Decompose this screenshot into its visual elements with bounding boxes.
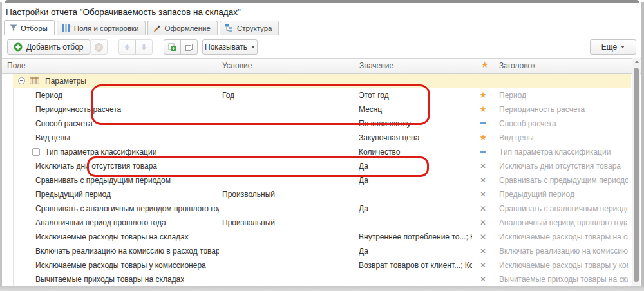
move-up-button[interactable]: [118, 39, 136, 55]
remove-cross-icon: ✕: [480, 204, 486, 213]
remove-cross-icon: ✕: [480, 261, 486, 270]
table-row[interactable]: Включать реализацию на комиссию в расход…: [13, 244, 631, 258]
marker-cell[interactable]: ✕: [473, 176, 493, 185]
title-cell: Аналогичный период прошлого года: [499, 218, 628, 227]
value-cell: Месяц: [359, 105, 472, 114]
title-cell: Исключаемые расходы товары на скл...: [499, 232, 628, 241]
marker-cell[interactable]: ✕: [473, 275, 493, 284]
field-cell: Вид цены: [35, 133, 70, 142]
delete-circle-icon: [95, 43, 103, 52]
tab-filters[interactable]: Отборы: [4, 20, 55, 35]
funnel-icon: [10, 24, 17, 32]
column-header-value[interactable]: Значение: [359, 61, 393, 70]
tab-fields-sorting[interactable]: Поля и сортировки: [57, 21, 146, 35]
title-cell: Сравнивать с аналогичным периодом ...: [499, 204, 628, 213]
marker-cell[interactable]: [473, 147, 493, 156]
table-row[interactable]: Исключаемые расходы товары у комиссионер…: [13, 258, 631, 272]
add-filter-label: Добавить отбор: [26, 42, 84, 52]
table-row[interactable]: Сравнивать с аналогичным периодом прошло…: [13, 202, 631, 216]
column-header-title[interactable]: Заголовок: [499, 61, 535, 70]
tab-structure[interactable]: Структура: [220, 21, 279, 35]
row-checkbox[interactable]: [32, 148, 40, 156]
importance-star-icon: ★: [479, 105, 487, 114]
columns-sort-icon: [62, 24, 71, 32]
table-row[interactable]: Предыдущий периодПроизвольный✕Предыдущий…: [13, 187, 631, 202]
table-row[interactable]: Тип параметра классификацииКоличествоТип…: [13, 145, 631, 159]
group-row-parameters[interactable]: Параметры: [13, 74, 631, 88]
scroll-up-icon[interactable]: [635, 61, 639, 63]
add-filter-button[interactable]: Добавить отбор: [7, 39, 90, 55]
tab-label: Оформление: [164, 24, 210, 32]
tab-appearance[interactable]: Оформление: [147, 21, 217, 35]
table-row[interactable]: Способ расчетаПо количествуСпособ расчет…: [13, 117, 631, 131]
table-body: Параметры ПериодГодЭтот год★ПериодПериод…: [13, 74, 631, 286]
table-row[interactable]: Вычитаемые приходы товары на складах✕Выч…: [13, 272, 631, 286]
marker-cell[interactable]: ✕: [473, 190, 493, 199]
parameters-icon: [30, 77, 39, 84]
marker-cell[interactable]: ✕: [473, 261, 493, 270]
field-cell: Сравнивать с предыдущим периодом: [35, 176, 171, 185]
remove-cross-icon: ✕: [480, 275, 486, 284]
chevron-down-icon: [251, 46, 255, 48]
marker-cell[interactable]: ★: [473, 133, 493, 142]
cube-icon: [185, 43, 193, 52]
value-cell: Возврат товаров от клиент...; Кор...: [359, 261, 472, 270]
importance-star-icon: ★: [479, 133, 487, 142]
more-menu-button[interactable]: Еще: [590, 39, 636, 55]
show-menu-button[interactable]: Показывать: [202, 39, 258, 55]
marker-cell[interactable]: ✕: [473, 247, 493, 256]
field-cell: Вычитаемые приходы товары на складах: [35, 275, 184, 284]
structure-icon: [225, 24, 234, 32]
title-cell: Сравнивать с предыдущим периодом: [499, 176, 628, 185]
field-cell: Периодичность расчета: [35, 105, 121, 114]
show-menu-label: Показывать: [205, 42, 247, 52]
column-header-star-icon[interactable]: ★: [481, 61, 489, 70]
scrollbar-thumb[interactable]: [634, 68, 639, 282]
title-cell: Способ расчета: [499, 119, 628, 128]
table-row[interactable]: Аналогичный период прошлого годаПроизвол…: [13, 216, 631, 230]
remove-filter-button[interactable]: [90, 39, 108, 55]
collapse-expander-icon[interactable]: [18, 77, 25, 84]
marker-cell[interactable]: ★: [473, 105, 493, 114]
marker-cell[interactable]: ✕: [473, 162, 493, 171]
field-cell: Период: [35, 91, 62, 100]
vertical-scrollbar[interactable]: [632, 58, 640, 286]
table-row[interactable]: ПериодГодЭтот год★Период: [13, 88, 631, 102]
group-conditions-button[interactable]: [164, 39, 181, 55]
marker-cell[interactable]: ✕: [473, 232, 493, 241]
title-cell: Тип параметра классификации: [499, 147, 628, 156]
value-cell: Этот год: [359, 91, 472, 100]
field-cell: Аналогичный период прошлого года: [35, 218, 166, 227]
title-cell: Периодичность расчета: [499, 105, 628, 114]
value-cell: Да: [359, 204, 472, 213]
remove-cross-icon: ✕: [480, 218, 486, 227]
table-row[interactable]: Исключаемые расходы товары на складахВну…: [13, 230, 631, 244]
marker-cell[interactable]: ✕: [473, 218, 493, 227]
table-header: Поле Условие Значение ★ Заголовок: [2, 58, 641, 74]
tab-bar: Отборы Поля и сортировки Оформление Стру…: [2, 21, 641, 35]
column-header-condition[interactable]: Условие: [222, 61, 252, 70]
table-row[interactable]: Исключать дни отсутствия товараДа✕Исключ…: [13, 159, 631, 173]
move-down-button[interactable]: [135, 39, 153, 55]
condition-cell: Произвольный: [222, 190, 351, 199]
column-header-field[interactable]: Поле: [7, 61, 26, 70]
marker-cell[interactable]: ✕: [473, 204, 493, 213]
field-cell: Тип параметра классификации: [45, 147, 156, 156]
marker-cell[interactable]: [473, 119, 493, 128]
field-cell: Исключаемые расходы товары у комиссионер…: [35, 261, 206, 270]
value-cell: Да: [359, 176, 472, 185]
table-row[interactable]: Периодичность расчетаМесяц★Периодичность…: [13, 102, 631, 117]
remove-cross-icon: ✕: [480, 232, 486, 241]
marker-cell[interactable]: ★: [473, 91, 493, 100]
title-cell: Вид цены: [499, 133, 628, 142]
value-cell: Внутреннее потребление то...; Во...: [359, 232, 472, 241]
ungroup-conditions-button[interactable]: [180, 39, 198, 55]
brush-icon: [153, 24, 161, 32]
field-cell: Исключаемые расходы товары на складах: [35, 232, 189, 241]
table-row[interactable]: Вид ценыЗакупочная цена★Вид цены: [13, 131, 631, 145]
remove-cross-icon: ✕: [480, 190, 486, 199]
table-row[interactable]: Сравнивать с предыдущим периодомДа✕Сравн…: [13, 173, 631, 187]
group-icon: [168, 43, 177, 52]
title-cell: Исключаемые расходы товары у коми...: [499, 261, 628, 270]
tab-label: Поля и сортировки: [74, 24, 139, 32]
